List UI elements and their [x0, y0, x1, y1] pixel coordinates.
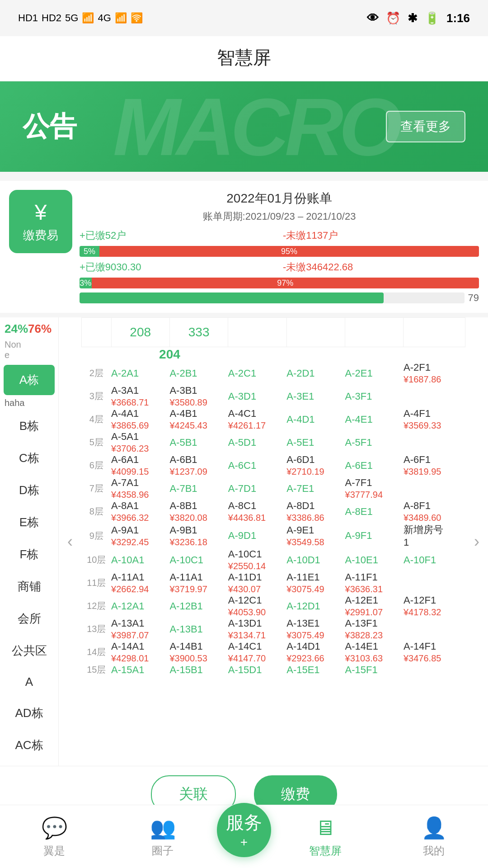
col-204[interactable]: 204	[111, 347, 228, 362]
col-333[interactable]: 333	[169, 318, 228, 347]
grid-cell[interactable]: A-9A1¥3292.45	[111, 523, 169, 548]
grid-cell[interactable]: A-13E1¥3075.49	[286, 618, 345, 641]
grid-cell[interactable]: A-5F1	[345, 431, 404, 454]
sidebar-item-ad[interactable]: AD栋	[4, 698, 55, 728]
grid-cell[interactable]: A-6B1¥1237.09	[169, 454, 228, 477]
sidebar-item-a[interactable]: A栋	[4, 365, 55, 395]
grid-cell[interactable]: A-2F1¥1687.86	[404, 362, 465, 385]
grid-cell[interactable]: A-4A1¥3865.69	[111, 408, 169, 431]
grid-cell[interactable]: A-8A1¥3966.32	[111, 500, 169, 523]
grid-cell[interactable]: A-14E1¥3103.63	[345, 641, 404, 664]
grid-cell[interactable]: A-15F1	[345, 664, 404, 676]
grid-cell[interactable]: A-11D1¥430.07	[228, 571, 286, 594]
grid-cell[interactable]: A-14C1¥4147.70	[228, 641, 286, 664]
grid-cell[interactable]: A-3A1¥3668.71	[111, 385, 169, 408]
nav-fab-service[interactable]: 服务 +	[217, 803, 271, 857]
grid-cell[interactable]: A-12B1	[169, 594, 228, 618]
nav-item-smartscreen[interactable]: 🖥 智慧屏	[271, 816, 380, 858]
grid-cell[interactable]: A-15B1	[169, 664, 228, 676]
grid-cell[interactable]: A-9B1¥3236.18	[169, 523, 228, 548]
grid-cell[interactable]: A-10C1¥2550.14	[228, 548, 286, 571]
grid-cell[interactable]: A-7D1	[228, 477, 286, 500]
grid-cell[interactable]: A-11A1¥2662.94	[111, 571, 169, 594]
grid-cell[interactable]: A-10C1	[169, 548, 228, 571]
sidebar-item-club[interactable]: 会所	[4, 604, 55, 634]
grid-cell[interactable]: A-2E1	[345, 362, 404, 385]
grid-cell[interactable]: A-12D1	[286, 594, 345, 618]
nav-item-yishi[interactable]: 💬 翼是	[0, 816, 108, 858]
grid-cell[interactable]: A-15A1	[111, 664, 169, 676]
grid-cell[interactable]: A-6E1	[345, 454, 404, 477]
grid-cell[interactable]: A-7A1¥4358.96	[111, 477, 169, 500]
grid-cell[interactable]: A-15E1	[286, 664, 345, 676]
grid-cell[interactable]: A-2D1	[286, 362, 345, 385]
grid-cell[interactable]: A-12A1	[111, 594, 169, 618]
nav-item-mine[interactable]: 👤 我的	[380, 816, 488, 858]
grid-cell[interactable]: A-10A1	[111, 548, 169, 571]
grid-cell[interactable]: A-3B1¥3580.89	[169, 385, 228, 408]
grid-cell[interactable]: A-6A1¥4099.15	[111, 454, 169, 477]
grid-cell[interactable]: A-8C1¥4436.81	[228, 500, 286, 523]
nav-item-quanzi[interactable]: 👥 圈子	[108, 816, 217, 858]
grid-cell[interactable]: A-4F1¥3569.33	[404, 408, 465, 431]
grid-cell[interactable]: A-5B1	[169, 431, 228, 454]
grid-cell[interactable]: A-14F1¥3476.85	[404, 641, 465, 664]
grid-cell[interactable]: A-5A1¥3706.23	[111, 431, 169, 454]
grid-cell[interactable]: A-10F1	[404, 548, 465, 571]
grid-cell[interactable]: A-11E1¥3075.49	[286, 571, 345, 594]
grid-cell[interactable]: A-14A1¥4298.01	[111, 641, 169, 664]
grid-cell[interactable]: A-14D1¥2923.66	[286, 641, 345, 664]
grid-cell[interactable]: 新增房号 1	[404, 523, 465, 548]
sidebar-item-b[interactable]: B栋	[4, 411, 55, 441]
grid-cell[interactable]: A-13D1¥3134.71	[228, 618, 286, 641]
grid-cell[interactable]: A-8D1¥3386.86	[286, 500, 345, 523]
grid-cell[interactable]: A-3D1	[228, 385, 286, 408]
grid-cell[interactable]: A-6D1¥2710.19	[286, 454, 345, 477]
grid-cell[interactable]: A-8B1¥3820.08	[169, 500, 228, 523]
grid-cell[interactable]: A-13A1¥3987.07	[111, 618, 169, 641]
grid-cell[interactable]: A-6F1¥3819.95	[404, 454, 465, 477]
sidebar-item-shop[interactable]: 商铺	[4, 571, 55, 602]
grid-cell[interactable]: A-9F1	[345, 523, 404, 548]
sidebar-item-f[interactable]: F栋	[4, 539, 55, 570]
grid-cell[interactable]: A-10D1	[286, 548, 345, 571]
grid-cell[interactable]: A-15D1	[228, 664, 286, 676]
grid-cell[interactable]: A-3F1	[345, 385, 404, 408]
grid-cell[interactable]: A-4B1¥4245.43	[169, 408, 228, 431]
sidebar-item-c[interactable]: C栋	[4, 443, 55, 473]
sidebar-item-d[interactable]: D栋	[4, 475, 55, 505]
grid-cell[interactable]: A-7E1	[286, 477, 345, 500]
grid-cell[interactable]: A-13F1¥3828.23	[345, 618, 404, 641]
grid-cell[interactable]: A-6C1	[228, 454, 286, 477]
sidebar-item-e[interactable]: E栋	[4, 507, 55, 538]
sidebar-item-a2[interactable]: A	[4, 668, 55, 696]
grid-cell[interactable]: A-4D1	[286, 408, 345, 431]
grid-cell[interactable]: A-10E1	[345, 548, 404, 571]
grid-cell[interactable]: A-7B1	[169, 477, 228, 500]
grid-cell[interactable]: A-5D1	[228, 431, 286, 454]
nav-arrow-right[interactable]: ›	[465, 317, 488, 766]
grid-cell[interactable]: A-11A1¥3719.97	[169, 571, 228, 594]
sidebar-item-public[interactable]: 公共区	[4, 636, 55, 666]
grid-cell[interactable]: A-2C1	[228, 362, 286, 385]
grid-cell[interactable]: A-3E1	[286, 385, 345, 408]
grid-cell[interactable]: A-5E1	[286, 431, 345, 454]
grid-cell[interactable]: A-2B1	[169, 362, 228, 385]
grid-cell[interactable]: A-12C1¥4053.90	[228, 594, 286, 618]
grid-cell[interactable]: A-13B1	[169, 618, 228, 641]
grid-cell[interactable]: A-9D1	[228, 523, 286, 548]
grid-cell[interactable]: A-4E1	[345, 408, 404, 431]
banner-more-button[interactable]: 查看更多	[386, 111, 465, 142]
grid-cell[interactable]: A-2A1	[111, 362, 169, 385]
grid-cell[interactable]: A-12F1¥4178.32	[404, 594, 465, 618]
grid-cell[interactable]: A-9E1¥3549.58	[286, 523, 345, 548]
col-208[interactable]: 208	[111, 318, 169, 347]
grid-cell[interactable]: A-4C1¥4261.17	[228, 408, 286, 431]
sidebar-item-ac[interactable]: AC栋	[4, 730, 55, 760]
grid-cell[interactable]: A-8F1¥3489.60	[404, 500, 465, 523]
grid-cell[interactable]: A-14B1¥3900.53	[169, 641, 228, 664]
grid-cell[interactable]: A-11F1¥3636.31	[345, 571, 404, 594]
grid-cell[interactable]: A-12E1¥2991.07	[345, 594, 404, 618]
grid-cell[interactable]: A-7F1¥3777.94	[345, 477, 404, 500]
nav-arrow-left[interactable]: ‹	[59, 317, 81, 766]
